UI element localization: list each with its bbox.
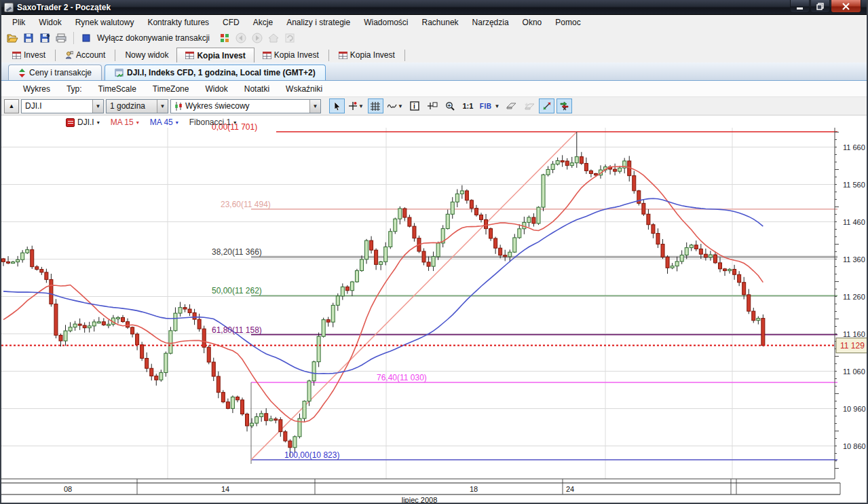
- chart-menu-bar: Wykres Typ: TimeScale TimeZone Widok Not…: [1, 81, 867, 97]
- grid-lines: [1, 128, 835, 479]
- indicator-style-button[interactable]: ▼: [385, 98, 405, 113]
- legend-item-dji[interactable]: DJI.I▾: [66, 118, 100, 127]
- y-axis-label: 11 360: [843, 255, 865, 264]
- magnifier-icon: +: [445, 101, 455, 111]
- multi-arrows-icon: [559, 101, 569, 111]
- chart-menu-notatki[interactable]: Notatki: [236, 83, 278, 95]
- close-button[interactable]: [831, 0, 861, 13]
- chevron-down-icon: ▾: [176, 120, 178, 126]
- auto-scale-button[interactable]: [556, 98, 572, 113]
- crosshair-icon: [349, 101, 358, 111]
- title-bar: SaxoTrader 2 - Początek: [1, 0, 867, 15]
- candlestick-chart[interactable]: 0,00(11 701)23,60(11 494)38,20(11 366)50…: [1, 115, 868, 504]
- print-icon[interactable]: [54, 32, 68, 44]
- trading-toggle-icon[interactable]: [79, 32, 93, 44]
- chart-menu-wskazniki[interactable]: Wskaźniki: [278, 83, 331, 95]
- menu-item-kontrakty-futures[interactable]: Kontrakty futures: [140, 16, 216, 29]
- info-button[interactable]: i: [407, 98, 423, 113]
- crosshair-tool-button[interactable]: ▼: [347, 98, 366, 113]
- chart-menu-wykres[interactable]: Wykres: [15, 83, 58, 95]
- eraser-button[interactable]: [504, 98, 519, 113]
- tab-ceny-i-transakcje[interactable]: Ceny i transakcje: [8, 65, 102, 80]
- fib-label: 38,20(11 366): [212, 247, 262, 257]
- application-window: SaxoTrader 2 - Początek Plik Widok Rynek…: [0, 0, 868, 504]
- menu-item-wiadomosci[interactable]: Wiadomości: [357, 16, 415, 29]
- restore-button[interactable]: [810, 0, 830, 13]
- menu-item-rynek-walutowy[interactable]: Rynek walutowy: [69, 16, 141, 29]
- menu-item-okno[interactable]: Okno: [516, 16, 549, 29]
- main-toolbar: ? Wyłącz dokonywanie transakcji: [1, 29, 867, 46]
- view-tab-nowy-widok[interactable]: Nowy widok: [117, 48, 176, 62]
- chevron-down-icon: ▼: [309, 100, 320, 113]
- chart-menu-typ[interactable]: Typ:: [58, 83, 90, 95]
- menu-item-plik[interactable]: Plik: [5, 16, 32, 29]
- candlestick-icon: [174, 102, 183, 111]
- view-tab-invest[interactable]: Invest: [4, 48, 54, 62]
- chart-menu-widok[interactable]: Widok: [197, 83, 235, 95]
- menu-item-pomoc[interactable]: Pomoc: [548, 16, 587, 29]
- y-axis-label: 11 060: [843, 367, 865, 376]
- chart-menu-timezone[interactable]: TimeZone: [145, 83, 197, 95]
- open-icon[interactable]: [5, 32, 19, 44]
- price-axis: [835, 128, 839, 479]
- add-annotation-button[interactable]: [425, 98, 440, 113]
- view-tab-kopia-invest-2[interactable]: Kopia Invest: [254, 48, 327, 62]
- ma-line-15: [3, 166, 763, 422]
- view-tab-account[interactable]: Account: [57, 48, 113, 62]
- home-icon[interactable]: [267, 32, 280, 44]
- zoom-button[interactable]: +: [442, 98, 458, 113]
- y-axis-label: 10 860: [843, 442, 866, 450]
- x-axis-label: 24: [566, 485, 574, 493]
- period-select[interactable]: 1 godzina ▼: [106, 99, 168, 113]
- menu-item-rachunek[interactable]: Rachunek: [415, 16, 466, 29]
- legend-item-fibonacci[interactable]: Fibonacci 1▾: [189, 118, 236, 127]
- chevron-down-icon: ▼: [157, 100, 168, 113]
- tab-chart-dji[interactable]: DJI.I, Indeks CFD, 1 godzina, Local time…: [105, 65, 326, 80]
- instrument-select[interactable]: DJI.I ▼: [21, 99, 104, 113]
- menu-item-cfd[interactable]: CFD: [216, 16, 246, 29]
- svg-text:?: ?: [46, 33, 50, 40]
- menu-item-widok[interactable]: Widok: [32, 16, 68, 29]
- view-tab-kopia-invest-3[interactable]: Kopia Invest: [331, 48, 403, 62]
- view-tab-bar: Invest Account Nowy widok Kopia Invest K…: [1, 46, 867, 62]
- save-as-icon[interactable]: ?: [38, 32, 52, 44]
- grid-icon: [371, 102, 380, 111]
- view-tab-kopia-invest-active[interactable]: Kopia Invest: [176, 48, 254, 62]
- market-grid-icon[interactable]: [218, 32, 231, 44]
- series-icon: [66, 118, 75, 127]
- trend-line-button[interactable]: [539, 98, 554, 113]
- y-axis-label: 10 960: [843, 405, 866, 413]
- eraser-all-icon: [524, 102, 535, 111]
- collapse-panel-button[interactable]: ▲: [4, 99, 19, 113]
- save-icon[interactable]: [22, 32, 35, 44]
- workspace-grid-icon: [339, 52, 347, 59]
- prices-arrows-icon: [18, 69, 26, 77]
- chart-menu-timescale[interactable]: TimeScale: [90, 83, 145, 95]
- back-icon[interactable]: [234, 32, 248, 44]
- chevron-down-icon: ▼: [494, 103, 499, 109]
- menu-item-analizy[interactable]: Analizy i strategie: [280, 16, 357, 29]
- pointer-tool-button[interactable]: [329, 98, 345, 113]
- minimize-button[interactable]: [790, 0, 810, 13]
- chevron-down-icon: ▼: [92, 100, 103, 113]
- eraser-icon: [506, 102, 517, 110]
- app-icon: [4, 3, 14, 12]
- svg-text:+: +: [448, 103, 451, 109]
- chart-type-select[interactable]: Wykres świecowy ▼: [170, 99, 321, 113]
- chart-document-icon: [115, 69, 124, 77]
- wave-icon: [388, 102, 397, 110]
- fibonacci-tool-button[interactable]: FIB ▼: [478, 98, 502, 113]
- menu-item-akcje[interactable]: Akcje: [246, 16, 280, 29]
- forward-icon[interactable]: [250, 32, 264, 44]
- legend-item-ma45[interactable]: MA 45▾: [150, 118, 178, 127]
- document-tab-bar: Ceny i transakcje DJI.I, Indeks CFD, 1 g…: [1, 62, 867, 81]
- refresh-icon[interactable]: [283, 32, 297, 44]
- trading-toggle-label[interactable]: Wyłącz dokonywanie transakcji: [97, 33, 210, 43]
- grid-toggle-button[interactable]: [368, 98, 383, 113]
- erase-all-button[interactable]: [521, 98, 537, 113]
- x-axis-label: 18: [470, 485, 478, 493]
- menu-item-narzedzia[interactable]: Narzędzia: [466, 16, 516, 29]
- one-to-one-button[interactable]: 1:1: [460, 98, 476, 113]
- y-axis-label: 11 260: [843, 293, 865, 301]
- legend-item-ma15[interactable]: MA 15▾: [111, 118, 139, 127]
